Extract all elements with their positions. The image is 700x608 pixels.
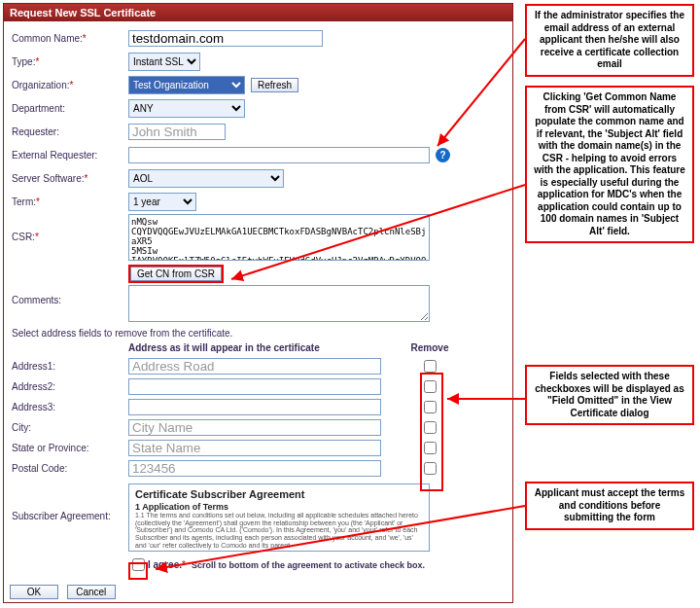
organization-select[interactable]: Test Organization — [128, 76, 245, 94]
dialog-title: Request New SSL Certificate — [4, 4, 512, 21]
requester-input — [128, 124, 226, 140]
remove-column-highlight — [420, 373, 443, 491]
form-body: Common Name:* Type:* Instant SSL Organiz… — [4, 21, 512, 582]
csr-textarea[interactable]: nMQsw CQYDVQQGEwJVUzELMAkGA1UECBMCTkoxFD… — [128, 214, 430, 261]
label-term: Term: — [12, 197, 36, 207]
label-comments: Comments: — [12, 295, 61, 305]
help-icon[interactable]: ? — [436, 148, 450, 162]
i-agree-label: I agree. — [148, 559, 182, 570]
address-section-note: Select address fields to remove from the… — [12, 324, 505, 340]
dialog-buttons: OK Cancel — [4, 582, 512, 602]
address2-input — [128, 378, 381, 395]
term-select[interactable]: 1 year — [128, 193, 196, 211]
iagree-highlight — [128, 562, 148, 580]
label-organization: Organization: — [12, 80, 69, 90]
col-remove: Remove — [401, 342, 459, 353]
label-common-name: Common Name: — [12, 33, 83, 44]
label-department: Department: — [12, 103, 65, 114]
city-input — [128, 419, 381, 436]
ssl-request-dialog: Request New SSL Certificate Common Name:… — [3, 3, 513, 603]
agreement-section: 1 Application of Terms — [135, 502, 423, 512]
common-name-input[interactable] — [128, 30, 323, 47]
label-state: State or Province: — [12, 443, 128, 453]
comments-textarea[interactable] — [128, 285, 430, 322]
label-requester: Requester: — [12, 126, 59, 137]
agreement-box[interactable]: Certificate Subscriber Agreement 1 Appli… — [128, 483, 430, 552]
label-address1: Address1: — [12, 361, 128, 372]
external-requester-input[interactable] — [128, 147, 430, 163]
ok-button[interactable]: OK — [10, 585, 58, 599]
state-input — [128, 440, 381, 456]
col-as-appears: Address as it will appear in the certifi… — [128, 342, 401, 353]
get-cn-from-csr-button[interactable]: Get CN from CSR — [130, 267, 222, 281]
server-software-select[interactable]: AOL — [128, 169, 284, 188]
callout-remove-checkboxes: Fields selected with these checkboxes wi… — [525, 365, 694, 425]
label-server-software: Server Software: — [12, 173, 84, 184]
refresh-button[interactable]: Refresh — [251, 78, 298, 92]
label-city: City: — [12, 422, 128, 433]
label-external-requester: External Requester: — [12, 150, 97, 161]
address3-input — [128, 399, 381, 415]
label-postal: Postal Code: — [12, 463, 128, 474]
label-address2: Address2: — [12, 381, 128, 392]
callout-get-cn: Clicking 'Get Common Name from CSR' will… — [525, 86, 694, 243]
cancel-button[interactable]: Cancel — [67, 585, 116, 599]
address1-input — [128, 358, 381, 375]
address-header: Address as it will appear in the certifi… — [12, 340, 505, 355]
agreement-title: Certificate Subscriber Agreement — [135, 488, 423, 500]
label-address3: Address3: — [12, 402, 128, 412]
callout-agree: Applicant must accept the terms and cond… — [525, 482, 694, 530]
postal-input — [128, 460, 381, 477]
type-select[interactable]: Instant SSL — [128, 53, 200, 71]
label-type: Type: — [12, 56, 35, 67]
department-select[interactable]: ANY — [128, 99, 245, 118]
label-subscriber-agreement: Subscriber Agreement: — [12, 511, 111, 521]
scroll-note: Scroll to bottom of the agreement to act… — [192, 560, 425, 570]
callout-external-requester: If the administrator specifies the email… — [525, 4, 694, 77]
label-csr: CSR: — [12, 232, 35, 242]
agreement-body: 1.1 The terms and conditions set out bel… — [135, 512, 423, 549]
remove-address1-checkbox[interactable] — [424, 360, 437, 373]
